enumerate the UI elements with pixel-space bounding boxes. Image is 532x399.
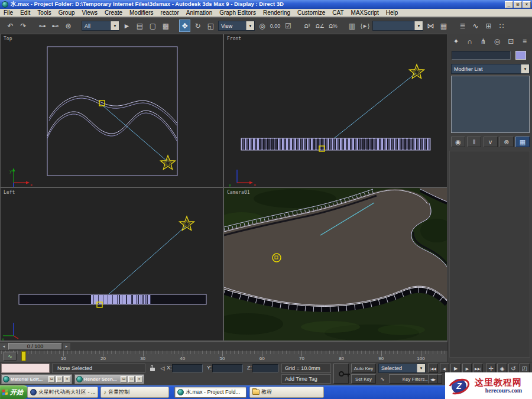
minimized-material-editor-window[interactable]: Material Edit... ⊡ □ × — [1, 374, 72, 384]
maximize-icon[interactable]: □ — [128, 376, 135, 382]
material-editor-icon[interactable]: ∷ — [496, 20, 507, 32]
road-spline-lower[interactable] — [47, 111, 177, 141]
tab-create[interactable]: ✦ — [450, 35, 462, 47]
select-and-manipulate-icon[interactable]: ☑ — [283, 20, 294, 32]
minimize-button[interactable]: _ — [505, 1, 513, 8]
menu-item-cat[interactable]: CAT — [329, 9, 347, 17]
edit-named-selections-icon[interactable]: ▥ — [346, 20, 358, 32]
close-icon[interactable]: × — [64, 376, 70, 382]
remove-modifier-icon[interactable]: ⊗ — [499, 137, 514, 147]
crossing-selection-icon[interactable]: ▩ — [160, 20, 171, 32]
reference-coordinate-dropdown[interactable]: View ▼ — [218, 21, 255, 31]
snap-toggle-icon[interactable]: Ω³ — [301, 20, 313, 32]
track-bar[interactable]: ∿ 102030405060708090100 — [0, 350, 447, 362]
key-mode-toggle-icon[interactable]: ◀▶ — [428, 374, 438, 384]
angle-snap-icon[interactable]: Ω∠ — [314, 20, 326, 32]
menu-item-graph-editors[interactable]: Graph Editors — [216, 9, 259, 17]
key-mode-dropdown[interactable]: Selected ▼ — [378, 364, 426, 373]
go-to-end-icon[interactable]: ▶▶| — [473, 364, 483, 373]
select-and-scale-icon[interactable]: ◱ — [205, 20, 216, 32]
restore-button[interactable]: ⊡ — [514, 1, 522, 8]
maxscript-mini-listener[interactable] — [1, 364, 50, 373]
menu-item-rendering[interactable]: Rendering — [259, 9, 294, 17]
select-object-icon[interactable]: ► — [121, 20, 132, 32]
unlink-selection-icon[interactable]: ⊷ — [50, 20, 61, 32]
absolute-mode-icon[interactable]: ◁ — [158, 364, 167, 373]
tab-hierarchy[interactable]: ⋔ — [477, 35, 489, 47]
tab-motion[interactable]: ◎ — [491, 35, 504, 47]
start-button[interactable]: 开始 — [0, 385, 29, 399]
configure-modifier-sets-icon[interactable]: ▦ — [515, 137, 530, 147]
tab-modify[interactable]: ∩ — [463, 35, 476, 47]
menu-item-reactor[interactable]: reactor — [157, 9, 183, 17]
dropdown-arrow-icon[interactable]: ▼ — [414, 21, 423, 30]
select-and-link-icon[interactable]: ⊶ — [37, 20, 48, 32]
time-slider-handle[interactable]: 0 / 100 — [8, 343, 62, 350]
object-name-field[interactable] — [452, 51, 511, 60]
viewport-front-label[interactable]: Front — [227, 36, 241, 41]
previous-frame-arrow-icon[interactable]: ◄ — [0, 343, 8, 350]
viewport-front[interactable]: Front — [224, 34, 447, 187]
dropdown-arrow-icon[interactable]: ▼ — [521, 64, 529, 73]
mini-curve-editor-icon[interactable]: ∿ — [4, 352, 17, 361]
named-selection-icon[interactable]: {►} — [359, 20, 371, 32]
close-icon[interactable]: × — [136, 376, 142, 382]
pin-stack-icon[interactable]: ◉ — [451, 137, 465, 147]
zoom-extents-all-icon[interactable]: ◈ — [497, 364, 507, 373]
select-and-rotate-icon[interactable]: ↻ — [192, 20, 203, 32]
dropdown-arrow-icon[interactable]: ▼ — [417, 364, 425, 372]
menu-item-animation[interactable]: Animation — [183, 9, 216, 17]
next-frame-icon[interactable]: |▶ — [462, 364, 472, 373]
named-selection-dropdown[interactable]: ▼ — [372, 21, 423, 31]
bind-to-spacewarp-icon[interactable]: ⊛ — [63, 20, 74, 32]
pan-view-icon[interactable]: ✛ — [486, 364, 496, 373]
road-object-left[interactable] — [19, 294, 206, 304]
rectangular-region-icon[interactable]: ▢ — [147, 20, 158, 32]
road-spline-upper[interactable] — [49, 96, 177, 125]
viewport-front-canvas[interactable]: x y — [224, 34, 447, 187]
menu-item-file[interactable]: File — [0, 9, 17, 17]
menu-item-create[interactable]: Create — [101, 9, 126, 17]
current-time-marker[interactable] — [21, 351, 26, 361]
x-coordinate-field[interactable] — [172, 364, 203, 372]
taskbar-task-site[interactable]: 火星时代动画大社区 - ... — [27, 387, 98, 398]
layer-manager-icon[interactable]: ≣ — [457, 20, 468, 32]
dropdown-arrow-icon[interactable]: ▼ — [246, 21, 254, 30]
time-slider[interactable]: ◄ 0 / 100 ► — [0, 342, 447, 350]
auto-key-button[interactable]: Auto Key — [351, 364, 376, 373]
select-by-name-icon[interactable]: ▤ — [134, 20, 145, 32]
minimized-render-scene-window[interactable]: Render Scen... ⊡ □ × — [74, 374, 144, 384]
align-icon[interactable]: ▦ — [438, 20, 449, 32]
selection-lock-icon[interactable] — [148, 364, 157, 373]
viewport-left-canvas[interactable]: y — [1, 188, 223, 340]
menu-item-customize[interactable]: Customize — [294, 9, 329, 17]
maximize-icon[interactable]: □ — [56, 376, 63, 382]
menu-item-tools[interactable]: Tools — [34, 9, 54, 17]
restore-icon[interactable]: ⊡ — [48, 376, 55, 382]
selection-filter-dropdown[interactable]: All ▼ — [82, 21, 119, 31]
menu-item-views[interactable]: Views — [79, 9, 102, 17]
arc-rotate-icon[interactable]: ↺ — [508, 364, 518, 373]
menu-item-help[interactable]: Help — [382, 9, 402, 17]
menu-item-edit[interactable]: Edit — [17, 9, 34, 17]
percent-snap-icon[interactable]: Ω% — [327, 20, 339, 32]
y-coordinate-field[interactable] — [212, 364, 243, 372]
modifier-list-dropdown[interactable]: Modifier List ▼ — [451, 64, 530, 74]
previous-frame-icon[interactable]: ◀| — [440, 364, 449, 373]
maximize-viewport-icon[interactable]: ◰ — [520, 364, 530, 373]
viewport-top[interactable]: Top — [1, 34, 223, 187]
select-and-move-icon[interactable]: ✥ — [179, 20, 190, 32]
default-tangent-icon[interactable]: ∿ — [378, 374, 387, 384]
viewport-left-label[interactable]: Left — [4, 190, 15, 195]
next-frame-arrow-icon[interactable]: ► — [63, 343, 70, 350]
tab-utilities[interactable]: ≡ — [518, 35, 531, 47]
taskbar-task-max[interactable]: 水.max - Project Fold... — [174, 387, 246, 398]
road-object-front[interactable] — [241, 138, 430, 150]
viewport-camera-canvas[interactable] — [224, 188, 447, 340]
viewport-top-label[interactable]: Top — [4, 36, 12, 41]
viewport-camera[interactable]: Camera01 — [224, 188, 447, 340]
close-button[interactable]: × — [523, 1, 531, 8]
go-to-start-icon[interactable]: |◀◀ — [428, 364, 438, 373]
set-key-button[interactable]: Set Key — [351, 374, 376, 384]
star-helper-object[interactable] — [180, 216, 194, 231]
